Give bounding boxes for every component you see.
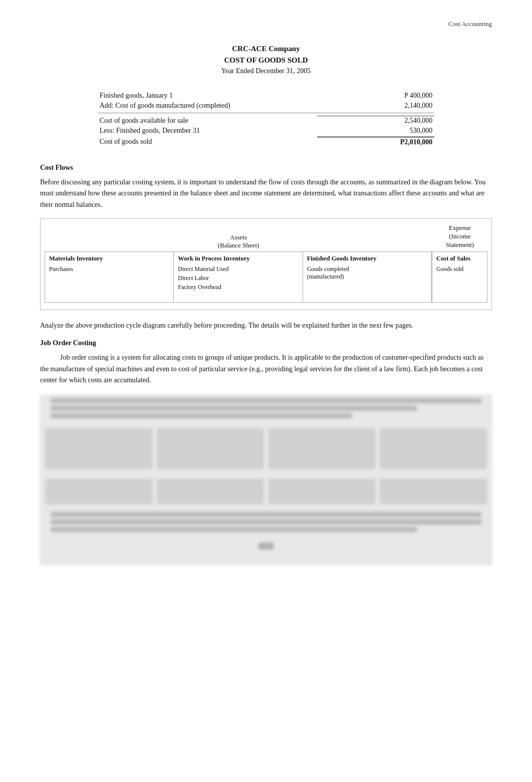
document-title: CRC-ACE Company COST OF GOODS SOLD Year … [40, 43, 492, 76]
cost-flows-paragraph2: Analyze the above production cycle diagr… [40, 320, 492, 331]
financial-row-value-1: 2,140,000 [317, 101, 435, 110]
cost-flows-section: Cost Flows Before discussing any particu… [40, 164, 492, 331]
financial-row-1: Add: Cost of goods manufactured (complet… [98, 101, 435, 110]
cost-of-sales-account: Cost of Sales Goods sold [432, 252, 487, 302]
accounts-row: Materials Inventory Purchases Work in Pr… [45, 251, 487, 303]
financial-row-label-0: Finished goods, January 1 [98, 91, 316, 100]
finished-goods-title: Finished Goods Inventory [307, 255, 427, 263]
direct-material-entry: Direct Material Used [178, 266, 298, 273]
financial-table: Finished goods, January 1P 400,000Add: C… [97, 90, 436, 148]
wip-title: Work in Process Inventory [178, 255, 298, 263]
cost-flows-heading: Cost Flows [40, 164, 492, 172]
purchases-entry: Purchases [49, 266, 169, 273]
doc-period: Year Ended December 31, 2005 [40, 66, 492, 76]
financial-row-value-0: P 400,000 [317, 91, 435, 100]
financial-row-4: Cost of goods soldP2,010,000 [98, 136, 435, 147]
factory-overhead-entry: Factory Overhead [178, 284, 298, 291]
financial-row-2: Cost of goods available for sale2,540,00… [98, 116, 435, 125]
blurred-content [40, 395, 492, 565]
cost-flows-paragraph1: Before discussing any particular costing… [40, 177, 492, 210]
financial-row-value-4: P2,010,000 [317, 136, 435, 147]
cost-of-sales-title: Cost of Sales [436, 255, 483, 263]
expense-label: Expense(IncomeStatement) [432, 224, 487, 249]
job-order-section: Job Order Costing Job order costing is a… [40, 339, 492, 386]
job-order-heading: Job Order Costing [40, 339, 492, 347]
financial-row-0: Finished goods, January 1P 400,000 [98, 91, 435, 100]
job-order-paragraph: Job order costing is a system for alloca… [40, 352, 492, 386]
wip-inventory-account: Work in Process Inventory Direct Materia… [174, 252, 303, 302]
direct-labor-entry: Direct Labor [178, 275, 298, 282]
goods-completed-entry: Goods completed(manufactured) [307, 266, 427, 281]
page-header: Cost Accounting [40, 20, 492, 28]
goods-sold-entry: Goods sold [436, 266, 483, 273]
financial-row-value-2: 2,540,000 [317, 116, 435, 125]
financial-row-label-3: Less: Finished goods, December 31 [98, 126, 316, 135]
finished-goods-account: Finished Goods Inventory Goods completed… [303, 252, 432, 302]
financial-row-label-1: Add: Cost of goods manufactured (complet… [98, 101, 316, 110]
header-label: Cost Accounting [448, 20, 492, 28]
assets-label: Assets (Balance Sheet) [45, 233, 432, 249]
diagram-header: Assets (Balance Sheet) Expense(IncomeSta… [45, 224, 487, 249]
financial-row-3: Less: Finished goods, December 31530,000 [98, 126, 435, 135]
materials-inventory-title: Materials Inventory [49, 255, 169, 263]
doc-title-text: COST OF GOODS SOLD [40, 55, 492, 66]
financial-row-label-2: Cost of goods available for sale [98, 116, 316, 125]
company-name: CRC-ACE Company [40, 43, 492, 55]
cost-flow-diagram: Assets (Balance Sheet) Expense(IncomeSta… [40, 218, 492, 310]
materials-inventory-account: Materials Inventory Purchases [45, 252, 174, 302]
financial-row-value-3: 530,000 [317, 126, 435, 135]
financial-row-label-4: Cost of goods sold [98, 136, 316, 147]
